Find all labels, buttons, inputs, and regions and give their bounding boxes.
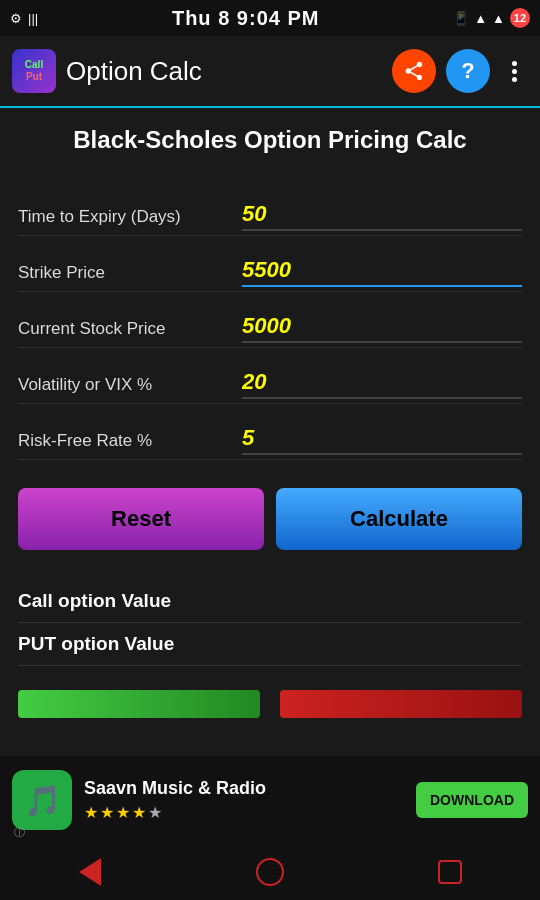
calculate-button[interactable]: Calculate xyxy=(276,488,522,550)
status-bar: ⚙ ||| Thu 8 9:04 PM 📱 ▲ ▲ 12 xyxy=(0,0,540,36)
status-day: Thu 8 xyxy=(172,7,230,29)
dot3 xyxy=(512,77,517,82)
expiry-label: Time to Expiry (Days) xyxy=(18,207,242,231)
field-row-expiry: Time to Expiry (Days) xyxy=(18,180,522,236)
home-button[interactable] xyxy=(245,847,295,897)
stock-price-input[interactable] xyxy=(242,313,522,339)
ad-text-area: Saavn Music & Radio ★ ★ ★ ★ ★ xyxy=(84,778,404,822)
put-option-result: PUT option Value xyxy=(18,623,522,666)
status-left-icons: ⚙ ||| xyxy=(10,11,38,26)
stock-price-label: Current Stock Price xyxy=(18,319,242,343)
expiry-input-wrap xyxy=(242,201,522,231)
nav-bar xyxy=(0,844,540,900)
calc-title: Black-Scholes Option Pricing Calc xyxy=(0,108,540,172)
dot1 xyxy=(512,61,517,66)
field-row-strike: Strike Price xyxy=(18,236,522,292)
more-options-button[interactable] xyxy=(500,57,528,86)
status-right-icons: 📱 ▲ ▲ 12 xyxy=(453,8,530,28)
app-logo: Call Put xyxy=(12,49,56,93)
risk-free-input[interactable] xyxy=(242,425,522,451)
strike-input[interactable] xyxy=(242,257,522,283)
status-time: Thu 8 9:04 PM xyxy=(172,7,320,30)
status-clock: 9:04 PM xyxy=(237,7,320,29)
app-title: Option Calc xyxy=(66,56,382,87)
call-option-result: Call option Value xyxy=(18,580,522,623)
battery-badge: 12 xyxy=(510,8,530,28)
star2: ★ xyxy=(100,803,114,822)
risk-free-label: Risk-Free Rate % xyxy=(18,431,242,455)
results-area: Call option Value PUT option Value xyxy=(0,570,540,680)
notification-icon: ||| xyxy=(28,11,38,26)
field-row-volatility: Volatility or VIX % xyxy=(18,348,522,404)
form-area: Time to Expiry (Days) Strike Price Curre… xyxy=(0,172,540,468)
stock-price-input-wrap xyxy=(242,313,522,343)
app-bar: Call Put Option Calc ? xyxy=(0,36,540,108)
dot2 xyxy=(512,69,517,74)
logo-put-label: Put xyxy=(26,71,42,83)
star3: ★ xyxy=(116,803,130,822)
volatility-input[interactable] xyxy=(242,369,522,395)
recents-button[interactable] xyxy=(425,847,475,897)
expiry-input[interactable] xyxy=(242,201,522,227)
bottom-bars xyxy=(0,680,540,728)
star4: ★ xyxy=(132,803,146,822)
home-icon xyxy=(256,858,284,886)
field-row-stock-price: Current Stock Price xyxy=(18,292,522,348)
volatility-input-wrap xyxy=(242,369,522,399)
help-icon: ? xyxy=(461,58,474,84)
volatility-label: Volatility or VIX % xyxy=(18,375,242,399)
ad-title: Saavn Music & Radio xyxy=(84,778,404,799)
back-button[interactable] xyxy=(65,847,115,897)
wifi-icon: ▲ xyxy=(474,11,487,26)
ad-info: ⓘ xyxy=(14,825,25,840)
risk-free-input-wrap xyxy=(242,425,522,455)
signal-icon: ▲ xyxy=(492,11,505,26)
android-icon: ⚙ xyxy=(10,11,22,26)
star1: ★ xyxy=(84,803,98,822)
strike-input-wrap xyxy=(242,257,522,287)
call-bar xyxy=(18,690,260,718)
recents-icon xyxy=(438,860,462,884)
main-content: Black-Scholes Option Pricing Calc Time t… xyxy=(0,108,540,728)
ad-icon: 🎵 xyxy=(12,770,72,830)
star5-half: ★ xyxy=(148,803,162,822)
help-button[interactable]: ? xyxy=(446,49,490,93)
logo-call-label: Call xyxy=(25,59,43,71)
reset-button[interactable]: Reset xyxy=(18,488,264,550)
put-bar xyxy=(280,690,522,718)
ad-banner: 🎵 Saavn Music & Radio ★ ★ ★ ★ ★ DOWNLOAD xyxy=(0,756,540,844)
ad-download-button[interactable]: DOWNLOAD xyxy=(416,782,528,818)
phone-icon: 📱 xyxy=(453,11,469,26)
buttons-row: Reset Calculate xyxy=(0,468,540,570)
ad-stars: ★ ★ ★ ★ ★ xyxy=(84,803,404,822)
share-button[interactable] xyxy=(392,49,436,93)
back-icon xyxy=(79,858,101,886)
field-row-risk-free: Risk-Free Rate % xyxy=(18,404,522,460)
strike-label: Strike Price xyxy=(18,263,242,287)
app-bar-actions: ? xyxy=(392,49,528,93)
